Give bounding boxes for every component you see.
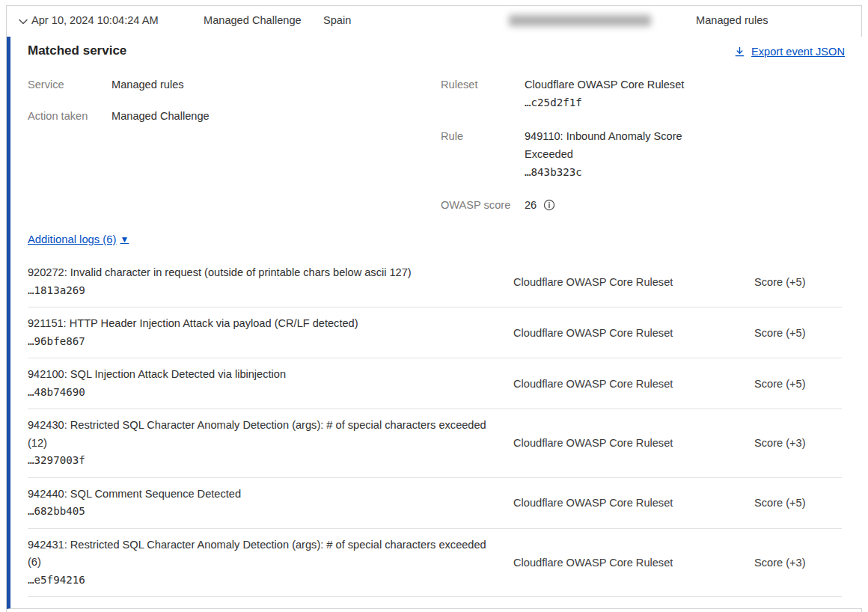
log-description: 942431: Restricted SQL Character Anomaly… — [28, 536, 488, 572]
log-ruleset: Cloudflare OWASP Core Ruleset — [513, 327, 754, 339]
info-icon[interactable] — [543, 199, 555, 211]
export-link-label: Export event JSON — [751, 46, 845, 58]
field-service-value: Managed rules — [111, 76, 184, 94]
log-row: 921151: HTTP Header Injection Attack via… — [28, 307, 842, 358]
log-ruleset: Cloudflare OWASP Core Ruleset — [513, 497, 754, 509]
additional-logs-table: 920272: Invalid character in request (ou… — [28, 257, 842, 597]
log-score: Score (+5) — [754, 276, 842, 288]
log-score: Score (+5) — [754, 378, 842, 390]
field-ruleset-value: Cloudflare OWASP Core Ruleset — [525, 76, 700, 94]
event-service: Managed rules — [696, 14, 768, 26]
field-rule-label: Rule — [441, 127, 463, 145]
page-title: Matched service — [28, 43, 126, 58]
log-ruleset: Cloudflare OWASP Core Ruleset — [513, 437, 754, 449]
log-rule-id: …1813a269 — [28, 282, 488, 300]
log-ruleset: Cloudflare OWASP Core Ruleset — [513, 557, 754, 569]
log-ruleset: Cloudflare OWASP Core Ruleset — [513, 378, 754, 390]
event-row[interactable]: Apr 10, 2024 10:04:24 AM Managed Challen… — [7, 6, 861, 36]
log-description: 920272: Invalid character in request (ou… — [28, 264, 488, 282]
log-score: Score (+5) — [754, 497, 842, 509]
log-rule-id: …3297003f — [28, 452, 488, 470]
field-owasp-score-label: OWASP score — [441, 196, 510, 214]
firewall-events-table: Apr 10, 2024 10:04:24 AM Managed Challen… — [6, 5, 862, 612]
event-action: Managed Challenge — [204, 14, 302, 26]
chevron-down-icon[interactable] — [17, 16, 29, 28]
field-ruleset-label: Ruleset — [441, 76, 477, 94]
log-row: 942440: SQL Comment Sequence Detected …6… — [28, 478, 842, 529]
log-row: 920272: Invalid character in request (ou… — [28, 257, 842, 307]
additional-logs-label: Additional logs (6) — [28, 233, 116, 245]
log-rule-id: …48b74690 — [28, 384, 488, 402]
log-description: 921151: HTTP Header Injection Attack via… — [28, 315, 488, 333]
log-score: Score (+5) — [754, 327, 842, 339]
event-detail-panel: Matched service Export event JSON Servic… — [7, 37, 862, 609]
log-description: 942430: Restricted SQL Character Anomaly… — [28, 417, 488, 452]
field-service-label: Service — [28, 76, 64, 94]
field-action-taken-label: Action taken — [28, 107, 88, 125]
log-row: 942100: SQL Injection Attack Detected vi… — [28, 358, 842, 409]
redacted-value — [509, 15, 651, 26]
caret-down-icon: ▼ — [120, 234, 129, 245]
log-rule-id: …96bfe867 — [28, 333, 488, 351]
log-description: 942440: SQL Comment Sequence Detected — [28, 486, 488, 504]
log-rule-id: …682bb405 — [28, 503, 488, 521]
log-description: 942100: SQL Injection Attack Detected vi… — [28, 366, 488, 384]
field-ruleset-id: …c25d2f1f — [525, 94, 700, 111]
export-event-json-link[interactable]: Export event JSON — [734, 46, 845, 58]
additional-logs-toggle[interactable]: Additional logs (6)▼ — [28, 233, 129, 245]
log-rule-id: …e5f94216 — [28, 572, 488, 590]
log-ruleset: Cloudflare OWASP Core Ruleset — [513, 276, 754, 288]
log-score: Score (+3) — [754, 437, 842, 449]
log-row: 942431: Restricted SQL Character Anomaly… — [28, 529, 842, 598]
event-timestamp: Apr 10, 2024 10:04:24 AM — [31, 14, 159, 26]
download-icon — [734, 46, 745, 58]
log-row: 942430: Restricted SQL Character Anomaly… — [28, 409, 842, 478]
log-score: Score (+3) — [754, 557, 842, 569]
field-rule-id: …843b323c — [525, 163, 700, 181]
field-owasp-score-value: 26 — [525, 196, 537, 214]
field-rule-value: 949110: Inbound Anomaly Score Exceeded — [525, 127, 700, 163]
field-action-taken-value: Managed Challenge — [111, 107, 210, 125]
event-country: Spain — [323, 14, 351, 26]
